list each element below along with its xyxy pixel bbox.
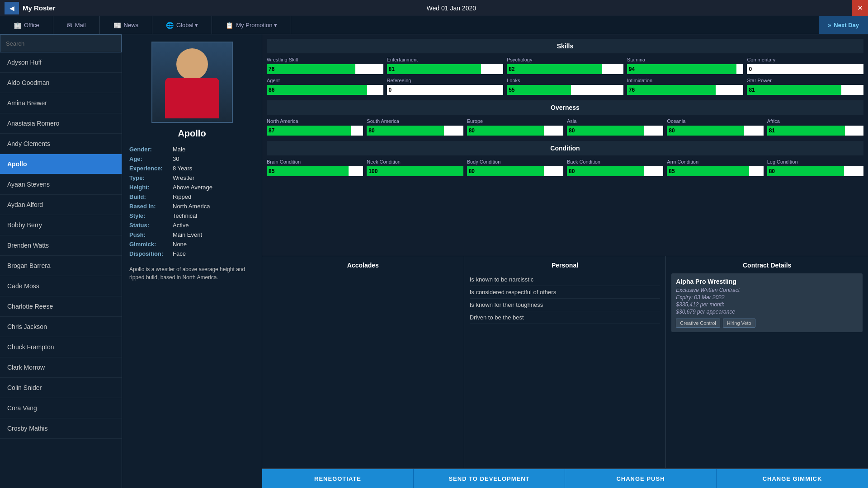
personal-panel: Personal Is known to be narcissticIs con… — [464, 256, 666, 468]
skill-label: Commentary — [747, 57, 863, 62]
skill-label: Wrestling Skill — [267, 57, 383, 62]
search-input[interactable] — [0, 34, 122, 52]
skill-value: 0 — [387, 87, 392, 93]
skill-label: Star Power — [747, 78, 863, 83]
back-button[interactable]: ◀ — [5, 2, 19, 14]
skill-value: 81 — [387, 66, 395, 72]
skill-bar-fill — [507, 85, 571, 95]
info-type-value: Wrestler — [173, 174, 194, 181]
accolades-header: Accolades — [268, 262, 458, 269]
overness-value: 80 — [567, 127, 575, 134]
roster-item[interactable]: Ayaan Stevens — [0, 174, 122, 195]
roster-item[interactable]: Anastasia Romero — [0, 113, 122, 134]
overness-cell: Europe 80 — [467, 118, 563, 136]
renegotiate-button[interactable]: RENEGOTIATE — [262, 469, 414, 488]
skill-cell: Stamina 94 — [627, 57, 744, 74]
condition-cell: Arm Condition 85 — [667, 159, 763, 176]
condition-bar-fill — [467, 166, 544, 176]
skill-value: 76 — [267, 66, 274, 72]
contract-tag: Creative Control — [676, 319, 720, 328]
condition-bar-fill — [267, 166, 349, 176]
bottom-panels: Accolades Personal Is known to be narcis… — [262, 256, 868, 468]
overness-value: 81 — [767, 127, 775, 134]
skill-bar-fill — [747, 85, 841, 95]
skill-bar-fill — [267, 64, 355, 74]
nav-bar: 🏢 Office ✉ Mail 📰 News 🌐 Global ▾ 📋 My P… — [0, 16, 868, 34]
skill-bar: 81 — [387, 64, 504, 74]
condition-value: 85 — [267, 168, 274, 174]
sidebar: Adyson HuffAldo GoodmanAmina BrewerAnast… — [0, 34, 122, 488]
skills-grid: Wrestling Skill 76 Entertainment 81 Psyc… — [267, 57, 863, 95]
info-experience-value: 8 Years — [173, 165, 192, 172]
skill-bar: 0 — [747, 64, 863, 74]
skill-value: 55 — [507, 87, 514, 93]
accolades-panel: Accolades — [262, 256, 464, 468]
skill-bar: 76 — [267, 64, 383, 74]
roster-item[interactable]: Chuck Frampton — [0, 337, 122, 357]
overness-value: 80 — [467, 127, 475, 134]
portrait-head — [176, 48, 208, 80]
roster-item[interactable]: Andy Clements — [0, 134, 122, 154]
info-age-value: 30 — [173, 155, 179, 162]
condition-value: 100 — [367, 168, 377, 174]
info-status-value: Active — [173, 222, 189, 229]
next-day-label: Next Day — [834, 22, 859, 28]
personal-trait: Is known for their toughness — [470, 299, 660, 311]
condition-grid: Brain Condition 85 Neck Condition 100 Bo… — [267, 159, 863, 176]
nav-mail-label: Mail — [75, 22, 86, 28]
nav-news[interactable]: 📰 News — [100, 16, 153, 34]
roster-item[interactable]: Bobby Berry — [0, 215, 122, 235]
contract-panel: Contract Details Alpha Pro Wrestling Exc… — [666, 256, 868, 468]
roster-item[interactable]: Amina Brewer — [0, 93, 122, 113]
info-gender-label: Gender: — [129, 146, 170, 153]
overness-label: North America — [267, 118, 363, 124]
stats-area: Skills Wrestling Skill 76 Entertainment … — [262, 34, 868, 256]
close-button[interactable]: ✕ — [852, 0, 868, 16]
send-to-development-button[interactable]: SEND TO DEVELOPMENT — [414, 469, 565, 488]
roster-item[interactable]: Crosby Mathis — [0, 418, 122, 439]
condition-bar: 80 — [467, 166, 563, 176]
nav-my-promotion[interactable]: 📋 My Promotion ▾ — [212, 16, 291, 34]
condition-value: 80 — [767, 168, 775, 174]
roster-item[interactable]: Chris Jackson — [0, 317, 122, 337]
contract-type: Exclusive Written Contract — [676, 287, 858, 293]
roster-item[interactable]: Apollo — [0, 154, 122, 174]
skill-label: Psychology — [507, 57, 623, 62]
nav-my-promotion-label: My Promotion ▾ — [236, 22, 277, 28]
change-push-button[interactable]: CHANGE PUSH — [565, 469, 717, 488]
condition-cell: Neck Condition 100 — [367, 159, 463, 176]
overness-grid: North America 87 South America 80 Europe… — [267, 118, 863, 136]
condition-value: 85 — [667, 168, 675, 174]
condition-value: 80 — [467, 168, 475, 174]
overness-label: Asia — [567, 118, 663, 124]
change-gimmick-button[interactable]: CHANGE GIMMICK — [717, 469, 868, 488]
overness-bar-fill — [367, 126, 444, 136]
roster-item[interactable]: Cora Vang — [0, 398, 122, 418]
nav-global[interactable]: 🌐 Global ▾ — [152, 16, 212, 34]
roster-item[interactable]: Cade Moss — [0, 276, 122, 296]
personal-trait: Is known to be narcisstic — [470, 273, 660, 286]
info-status-label: Status: — [129, 222, 170, 229]
nav-mail[interactable]: ✉ Mail — [53, 16, 100, 34]
roster-item[interactable]: Clark Morrow — [0, 357, 122, 378]
next-day-button[interactable]: » Next Day — [819, 16, 868, 34]
roster-item[interactable]: Charlotte Reese — [0, 296, 122, 317]
skill-bar-fill — [507, 64, 602, 74]
info-style-value: Technical — [173, 212, 197, 219]
nav-office[interactable]: 🏢 Office — [0, 16, 53, 34]
skill-bar-fill — [267, 85, 367, 95]
condition-value: 80 — [567, 168, 575, 174]
overness-header: Overness — [267, 100, 863, 115]
roster-item[interactable]: Aydan Alford — [0, 195, 122, 215]
condition-label: Body Condition — [467, 159, 563, 164]
roster-item[interactable]: Adyson Huff — [0, 52, 122, 73]
skill-bar: 86 — [267, 85, 383, 95]
roster-item[interactable]: Brenden Watts — [0, 235, 122, 256]
roster-item[interactable]: Colin Snider — [0, 378, 122, 398]
title-bar-left: ◀ My Roster — [0, 2, 56, 14]
roster-item[interactable]: Brogan Barrera — [0, 256, 122, 276]
overness-cell: Africa 81 — [767, 118, 863, 136]
overness-label: Africa — [767, 118, 863, 124]
portrait-body — [165, 78, 219, 118]
roster-item[interactable]: Aldo Goodman — [0, 73, 122, 93]
